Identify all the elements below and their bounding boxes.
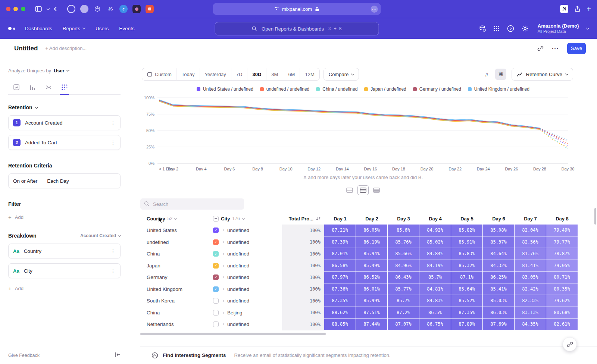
row-checkbox[interactable]: [213, 321, 219, 327]
minimize-window-button[interactable]: [13, 7, 18, 11]
retention-cell[interactable]: 84.83%: [419, 295, 451, 307]
retention-cell[interactable]: 84.19%: [419, 260, 451, 272]
row-checkbox[interactable]: ✓: [213, 274, 219, 280]
retention-cell[interactable]: 85.41%: [483, 283, 515, 295]
extension-icon-dot[interactable]: [80, 5, 88, 13]
find-segments-link[interactable]: Find Interesting Segments: [163, 352, 226, 358]
day-column-header[interactable]: Day 7: [515, 216, 546, 222]
date-range-custom[interactable]: Custom: [142, 68, 176, 80]
retention-cell[interactable]: 82.33%: [515, 295, 546, 307]
collapse-sidebar-icon[interactable]: [115, 352, 121, 359]
date-range-7d[interactable]: 7D: [231, 68, 247, 80]
retention-cell[interactable]: 86.5%: [419, 307, 451, 319]
tab-retention[interactable]: [56, 80, 72, 94]
row-checkbox[interactable]: ✓: [213, 228, 219, 233]
retention-section-header[interactable]: Retention: [8, 104, 121, 110]
kebab-menu-icon[interactable]: ⋮: [110, 248, 116, 254]
copy-link-icon[interactable]: [537, 45, 544, 51]
date-range-today[interactable]: Today: [176, 68, 200, 80]
back-icon[interactable]: [54, 7, 58, 11]
expand-chevron-icon[interactable]: [222, 252, 224, 255]
retention-cell[interactable]: 85.32%: [451, 260, 483, 272]
city-column-header[interactable]: City 176: [213, 216, 282, 222]
retention-cell[interactable]: 83.05%: [515, 272, 546, 283]
day-column-header[interactable]: Day 2: [356, 216, 388, 222]
expand-chevron-icon[interactable]: [222, 241, 224, 244]
global-search-button[interactable]: Open Reports & Dashboards ⌘ + K: [215, 22, 379, 35]
select-all-checkbox[interactable]: [213, 216, 219, 222]
save-button[interactable]: Save: [567, 43, 586, 54]
row-checkbox[interactable]: ✓: [213, 263, 219, 269]
expand-chevron-icon[interactable]: [222, 276, 224, 279]
retention-cell[interactable]: 85.82%: [451, 225, 483, 236]
tab-insights[interactable]: [8, 80, 24, 94]
retention-cell[interactable]: 84.35%: [515, 318, 546, 330]
maximize-window-button[interactable]: [21, 7, 25, 11]
vertical-scrollbar[interactable]: [594, 208, 596, 225]
expand-chevron-icon[interactable]: [222, 323, 224, 326]
retention-cell[interactable]: 84.84%: [419, 248, 451, 260]
retention-cell[interactable]: 80.68%: [546, 307, 578, 319]
day-column-header[interactable]: Day 3: [388, 216, 419, 222]
retention-cell[interactable]: 86.58%: [324, 260, 356, 272]
expand-chevron-icon[interactable]: [222, 264, 224, 267]
retention-cell[interactable]: 87.39%: [324, 236, 356, 248]
extension-icon-circle[interactable]: [67, 5, 75, 13]
retention-cell[interactable]: 81.41%: [515, 260, 546, 272]
country-cell[interactable]: Japan: [140, 260, 213, 272]
view-toggle-compact[interactable]: [344, 185, 355, 195]
site-options-icon[interactable]: ···: [371, 6, 378, 13]
retention-cell[interactable]: 86.43%: [388, 272, 419, 283]
retention-cell[interactable]: 85.37%: [483, 236, 515, 248]
retention-cell[interactable]: 87.1%: [451, 272, 483, 283]
retention-cell[interactable]: 88.85%: [324, 318, 356, 330]
day-column-header[interactable]: Day 8: [546, 216, 578, 222]
expand-chevron-icon[interactable]: [222, 299, 224, 302]
legend-item[interactable]: United States / undefined: [197, 87, 253, 92]
extension-icon-js[interactable]: JS: [106, 5, 115, 13]
expand-chevron-icon[interactable]: [222, 288, 224, 291]
kebab-menu-icon[interactable]: ⋮: [110, 268, 116, 274]
data-management-icon[interactable]: [479, 25, 486, 32]
horizontal-scrollbar[interactable]: [140, 333, 326, 335]
country-cell[interactable]: United Kingdom: [140, 283, 213, 295]
retention-cell[interactable]: 86.05%: [356, 225, 388, 236]
retention-cell[interactable]: 87.01%: [324, 248, 356, 260]
step-card-account-created[interactable]: 1 Account Created ⋮: [8, 115, 121, 130]
row-checkbox[interactable]: ✓: [213, 251, 219, 257]
retention-cell[interactable]: 85.7%: [388, 295, 419, 307]
apps-grid-icon[interactable]: [493, 25, 500, 32]
date-range-6m[interactable]: 6M: [283, 68, 300, 80]
project-selector[interactable]: Amazonia {Demo} All Project Data: [538, 23, 579, 34]
extension-icon-cube[interactable]: [93, 5, 101, 13]
country-cell[interactable]: undefined: [140, 236, 213, 248]
day-column-header[interactable]: Day 6: [483, 216, 515, 222]
retention-cell[interactable]: 84.92%: [419, 225, 451, 236]
criteria-mode[interactable]: On or After: [13, 178, 37, 184]
date-range-12m[interactable]: 12M: [300, 68, 319, 80]
country-column-header[interactable]: Country 52: [140, 216, 213, 222]
retention-cell[interactable]: 78.87%: [546, 248, 578, 260]
more-options-button[interactable]: ···: [552, 45, 559, 52]
extension-icon-red[interactable]: [146, 5, 154, 13]
retention-cell[interactable]: 85.99%: [356, 295, 388, 307]
retention-cell[interactable]: 85.77%: [388, 283, 419, 295]
retention-cell[interactable]: 87.35%: [324, 295, 356, 307]
retention-cell[interactable]: 80.71%: [546, 272, 578, 283]
retention-cell[interactable]: 87.44%: [356, 318, 388, 330]
tab-funnels[interactable]: [24, 80, 40, 94]
retention-cell[interactable]: 79.77%: [546, 236, 578, 248]
row-checkbox[interactable]: ✓: [213, 239, 219, 245]
breakdown-scope-selector[interactable]: Account Created: [80, 233, 121, 238]
retention-cell[interactable]: 86.19%: [356, 236, 388, 248]
day-column-header[interactable]: Day 5: [451, 216, 483, 222]
criteria-interval[interactable]: Each Day: [47, 178, 69, 184]
retention-cell[interactable]: 82.42%: [515, 283, 546, 295]
retention-cell[interactable]: 84.32%: [483, 260, 515, 272]
view-toggle-detailed[interactable]: [371, 185, 382, 195]
retention-cell[interactable]: 81.76%: [515, 248, 546, 260]
retention-cell[interactable]: 82.56%: [515, 236, 546, 248]
address-bar[interactable]: mixpanel.com ···: [213, 3, 381, 15]
chart-type-selector[interactable]: Retention Curve: [512, 68, 573, 81]
table-search-input[interactable]: [140, 198, 244, 210]
